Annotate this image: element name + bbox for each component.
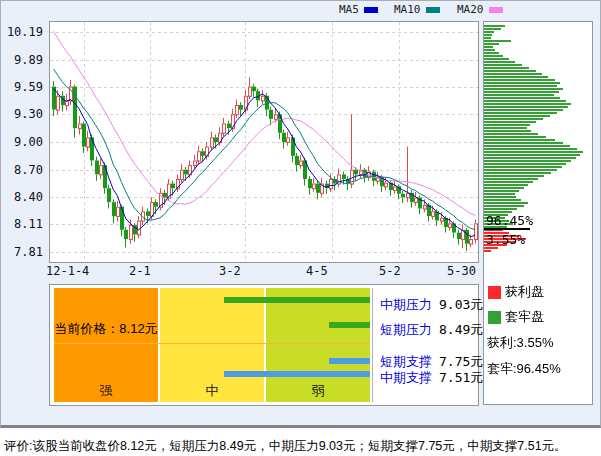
chip-distribution-panel: 96.45% 3.55% 获利盘 套牢盘 获利:3.55% 套牢:96.45%	[483, 21, 593, 405]
trapped-swatch-icon	[488, 311, 501, 324]
pressure-support-panel: 当前价格：8.12元 强 中 弱 中期压力9.03元 短期压力8.49元 短期支…	[49, 284, 479, 406]
y-axis-label: 9.89	[14, 53, 43, 67]
mid-support-label: 中期支撑	[380, 370, 432, 385]
short-pressure-row: 短期压力8.49元	[380, 321, 483, 339]
x-axis-label: 12-1-4	[46, 264, 89, 278]
ma5-label: MA5	[339, 3, 359, 16]
ma10-swatch-icon	[426, 7, 440, 13]
y-axis-label: 9.00	[14, 135, 43, 149]
mid-support-bar	[224, 371, 370, 377]
current-price-text: 当前价格：8.12元	[54, 320, 158, 338]
short-pressure-value: 8.49元	[439, 322, 483, 337]
trapped-percent-text: 套牢:96.45%	[487, 360, 561, 378]
short-support-bar	[329, 358, 370, 364]
evaluation-text: 评价:该股当前收盘价8.12元，短期压力8.49元，中期压力9.03元；短期支撑…	[4, 438, 567, 455]
ma10-label: MA10	[394, 3, 421, 16]
zone-medium-label: 中	[160, 382, 264, 400]
mid-pressure-label: 中期压力	[380, 297, 432, 312]
zone-weak-label: 弱	[266, 382, 370, 400]
y-axis-label: 9.59	[14, 80, 43, 94]
ma5-legend-item: MA5	[339, 3, 378, 16]
mid-pressure-value: 9.03元	[439, 297, 483, 312]
candlestick-chart	[50, 22, 478, 262]
short-support-value: 7.75元	[439, 354, 483, 369]
x-axis-label: 5-30	[447, 264, 476, 278]
y-axis: 10.199.899.599.309.008.708.408.117.81	[1, 1, 46, 281]
midline-divider	[54, 343, 370, 344]
ma20-legend-item: MA20	[457, 3, 503, 16]
mid-pressure-bar	[224, 297, 370, 303]
x-axis-label: 4-5	[306, 264, 328, 278]
zone-medium: 中	[160, 288, 264, 402]
trapped-pct-label: 96.45%	[486, 213, 533, 228]
short-pressure-bar	[329, 322, 370, 328]
profit-pct-label: 3.55%	[486, 232, 525, 247]
ma20-swatch-icon	[489, 7, 503, 13]
profit-swatch-icon	[488, 286, 501, 299]
trapped-legend-item: 套牢盘	[488, 310, 544, 324]
zone-weak: 弱	[266, 288, 370, 402]
panel-divider	[372, 288, 373, 402]
ma5-swatch-icon	[364, 7, 378, 13]
trapped-legend-label: 套牢盘	[505, 308, 544, 326]
mid-support-row: 中期支撑7.51元	[380, 369, 483, 387]
x-axis-label: 2-1	[129, 264, 151, 278]
profit-legend-label: 获利盘	[505, 283, 544, 301]
profit-legend-item: 获利盘	[488, 285, 544, 299]
y-axis-label: 8.70	[14, 163, 43, 177]
stock-analysis-widget: MA5 MA10 MA20 10.199.899.599.309.008.708…	[0, 0, 601, 428]
profit-percent-text: 获利:3.55%	[487, 334, 553, 352]
y-axis-label: 8.11	[14, 217, 43, 231]
zone-strong: 当前价格：8.12元 强	[54, 288, 158, 402]
mid-pressure-row: 中期压力9.03元	[380, 296, 483, 314]
x-axis: 12-1-42-13-24-55-25-30	[1, 264, 481, 278]
y-axis-label: 8.40	[14, 190, 43, 204]
candlestick-panel	[49, 21, 479, 263]
y-axis-label: 10.19	[7, 25, 43, 39]
y-axis-label: 9.30	[14, 107, 43, 121]
short-support-label: 短期支撑	[380, 354, 432, 369]
y-axis-label: 7.81	[14, 245, 43, 259]
x-axis-label: 5-2	[379, 264, 401, 278]
zone-strong-label: 强	[54, 382, 158, 400]
short-pressure-label: 短期压力	[380, 322, 432, 337]
mid-support-value: 7.51元	[439, 370, 483, 385]
ma10-legend-item: MA10	[394, 3, 440, 16]
ma20-label: MA20	[457, 3, 484, 16]
x-axis-label: 3-2	[219, 264, 241, 278]
